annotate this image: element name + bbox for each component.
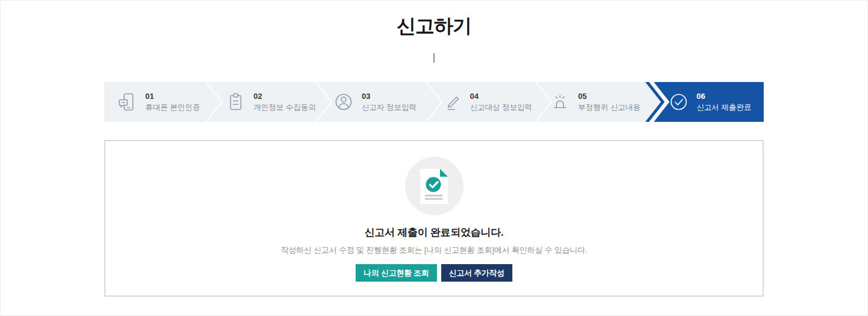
my-report-status-button[interactable]: 나의 신고현황 조회 [356,264,436,282]
progress-stepbar: 01 휴대폰 본인인증 02 개인정보 수집동의 03 [104,82,764,122]
completion-panel: 신고서 제출이 완료되었습니다. 작성하신 신고서 수정 및 진행현황 조회는 … [104,140,764,297]
step-number: 04 [470,91,532,103]
step-number: 05 [578,91,640,103]
step-label: 부정행위 신고내용 [578,102,640,113]
page-title: 신고하기 [0,13,868,40]
step-item-6-active: 06 신고서 제출완료 [646,82,764,122]
siren-icon [550,92,570,112]
additional-report-button[interactable]: 신고서 추가작성 [441,264,512,282]
step-label: 신고서 제출완료 [697,102,752,113]
report-page: 신고하기 01 휴대폰 본인인증 02 개인정 [0,0,868,316]
completion-description: 작성하신 신고서 수정 및 진행현황 조회는 [나의 신고현황 조회]에서 확인… [105,245,763,256]
step-item-2: 02 개인정보 수집동의 [213,82,321,122]
button-row: 나의 신고현황 조회 신고서 추가작성 [105,264,763,282]
step-item-1: 01 휴대폰 본인인증 [104,82,213,122]
step-label: 휴대폰 본인인증 [145,102,200,113]
step-label: 신고자 정보입력 [362,102,417,113]
document-check-icon [420,169,448,204]
pencil-icon [442,92,462,112]
step-item-4: 04 신고대상 정보입력 [429,82,538,122]
step-number: 01 [145,91,200,103]
clipboard-icon [225,92,246,112]
phone-auth-icon [117,92,137,112]
step-item-3: 03 신고자 정보입력 [321,82,429,122]
step-item-5: 05 부정행위 신고내용 [537,82,646,122]
step-number: 06 [697,91,752,103]
title-divider [433,53,435,63]
step-number: 03 [362,91,417,103]
check-circle-icon [668,92,689,112]
completion-heading: 신고서 제출이 완료되었습니다. [105,226,763,239]
step-label: 신고대상 정보입력 [470,102,532,113]
step-number: 02 [254,91,316,103]
step-label: 개인정보 수집동의 [254,102,316,113]
result-icon-circle [405,157,464,215]
user-icon [333,92,354,112]
